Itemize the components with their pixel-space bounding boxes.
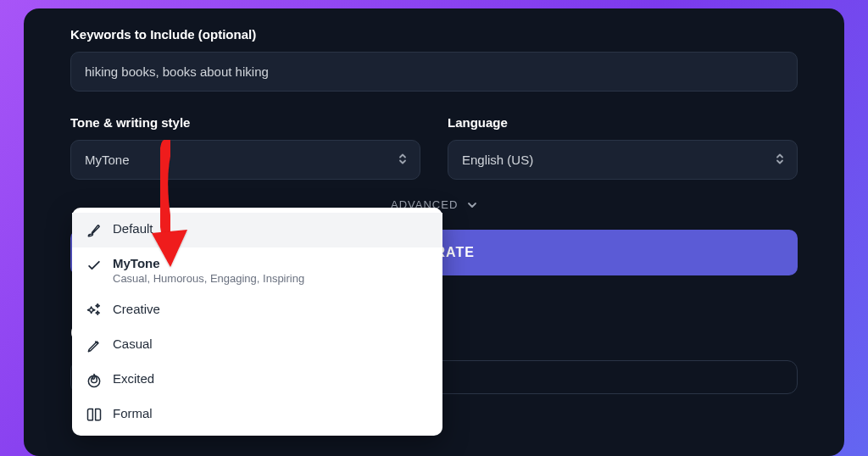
tone-select[interactable]: MyTone bbox=[70, 140, 420, 180]
option-label: Creative bbox=[113, 302, 160, 316]
flame-icon bbox=[86, 372, 103, 389]
tone-option-excited[interactable]: Excited bbox=[72, 363, 442, 398]
tone-option-mytone[interactable]: MyTone Casual, Humorous, Engaging, Inspi… bbox=[72, 247, 442, 293]
tone-option-default[interactable]: Default bbox=[72, 213, 442, 247]
tone-label: Tone & writing style bbox=[70, 115, 420, 130]
select-arrows-icon bbox=[775, 152, 785, 168]
option-subtitle: Casual, Humorous, Engaging, Inspiring bbox=[113, 272, 304, 285]
tone-selected-value: MyTone bbox=[85, 153, 130, 167]
option-label: Formal bbox=[113, 406, 153, 420]
language-label: Language bbox=[448, 115, 798, 130]
sparkles-icon bbox=[86, 303, 103, 320]
tone-option-casual[interactable]: Casual bbox=[72, 328, 442, 363]
option-label: Default bbox=[113, 221, 153, 236]
option-label: Casual bbox=[113, 336, 153, 351]
tone-dropdown: Default MyTone Casual, Humorous, Engagin… bbox=[72, 208, 442, 436]
language-selected-value: English (US) bbox=[462, 153, 533, 167]
keywords-label: Keywords to Include (optional) bbox=[70, 27, 798, 42]
book-icon bbox=[86, 407, 103, 424]
option-label: Excited bbox=[113, 371, 154, 386]
select-arrows-icon bbox=[398, 152, 408, 168]
keywords-input[interactable] bbox=[70, 52, 798, 92]
option-label: MyTone bbox=[113, 256, 304, 270]
tone-option-formal[interactable]: Formal bbox=[72, 398, 442, 432]
brush-icon bbox=[86, 222, 103, 239]
language-select[interactable]: English (US) bbox=[448, 140, 798, 180]
chevron-down-icon bbox=[467, 198, 477, 211]
pencil-icon bbox=[86, 337, 103, 354]
tone-option-creative[interactable]: Creative bbox=[72, 293, 442, 328]
check-icon bbox=[86, 257, 103, 274]
